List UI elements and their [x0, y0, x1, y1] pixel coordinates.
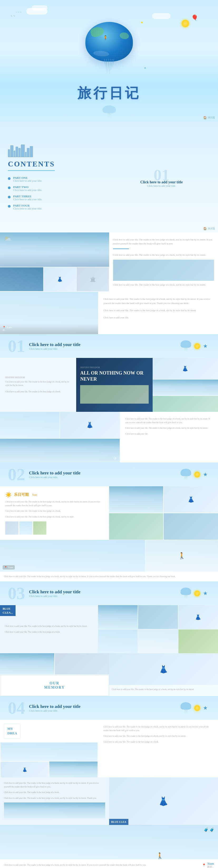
location-text-2: Click here to add your file. The reader …: [103, 309, 213, 312]
right-panel-sub: Click here to add your title.: [147, 184, 176, 187]
xiam-badge: 📍 Xiam: [3, 565, 15, 569]
part-text-3: Click here to add your title.: [13, 198, 42, 201]
photo-person-xiam: 🚶: [146, 540, 218, 571]
photo-mountain: [80, 385, 148, 404]
blue-clea-2-slide: Click here to add your file. The reader …: [0, 777, 218, 825]
deco-star-3: [203, 591, 208, 595]
jelly-strings: [185, 348, 187, 352]
dream-photo-3: [49, 762, 98, 777]
my-drea-label: MYDREA: [7, 727, 17, 736]
contents-item-1: PART ONE Click here to add your title.: [8, 176, 105, 182]
part-text-2: Click here to add your title.: [13, 189, 42, 191]
bc-photo-4: [98, 629, 138, 653]
watermark-2: 🏠 演示园: [203, 227, 215, 230]
part-01-title: Click here to add your title: [29, 342, 80, 347]
globe-wave: [93, 50, 109, 57]
photo-dark-sea: [0, 267, 43, 291]
le-ri-photo-grid: 👗: [109, 486, 218, 540]
photo-person-2: 👗: [153, 358, 218, 379]
bullet-dot: [8, 205, 10, 208]
our-memory-layout: OUR MEMORY 👗 Click here to add your file…: [0, 653, 218, 696]
deco-jellyfish-4: [181, 702, 191, 714]
part-02-header: 02 Click here to add your title Click he…: [0, 463, 218, 486]
aon-photos-right: 👗: [153, 358, 218, 412]
photo-sea-small: [153, 380, 218, 396]
bc2-blue-label: BLUE CLEA: [109, 819, 129, 825]
bc2-person-photo: 👗 BLUE CLEA: [109, 777, 218, 825]
xiam-wide-slide: 📍 Xiam 🚶 Click here to add your file. Th…: [0, 540, 218, 582]
bullet-dot: [8, 177, 10, 180]
location-name: Xiam: [6, 326, 11, 329]
final-sea-photo: 🚶 🧳 🧳: [0, 825, 218, 859]
dream-text-2: Click here to add your file. The reader …: [103, 734, 213, 738]
contents-item-4: PART FOUR Click here to add your title.: [8, 204, 105, 210]
part-02-texts: Click here to add your title Click here …: [29, 470, 80, 478]
building-icon: 🏛️: [90, 276, 96, 282]
grid-photo-4: [164, 513, 218, 540]
contents-right-panel: 01 Click here to add your title Click he…: [113, 167, 210, 187]
jelly-strings-2: [185, 476, 187, 480]
le-ri-photos: [5, 521, 104, 535]
part-01-header: 01 Click here to add your title Click he…: [0, 334, 218, 358]
final-xiam-badge: 📍 Xiam 旅游...: [202, 862, 214, 868]
photo-sea-horizon: ⛅: [0, 232, 109, 267]
location-text-3: Click here to add your file.: [103, 316, 213, 320]
pin-icon-final: 📍: [202, 864, 206, 867]
blue-clea-left: BLUECLEA... Click here to add your file.…: [0, 605, 98, 653]
dream-photo-1: [1, 743, 98, 761]
watermark: 🏠 演示园: [203, 116, 215, 119]
aon-title: ALL OR NOTHING NOW OR NEVER: [80, 370, 148, 382]
photo-icon-1: ⛅: [4, 235, 12, 243]
grid-text-1: Click here to add your file. The reader …: [125, 417, 213, 424]
pin-icon-xiam: 📍: [4, 566, 7, 569]
photo-small-1: [5, 521, 19, 535]
sun-label: Sun: [32, 493, 37, 497]
le-ri-header: ☀️ 乐日可期 Sun: [5, 492, 104, 498]
aon-text-left: DESTINY FREEDOM Click here to add your f…: [0, 358, 76, 412]
photo-grid-slide-1: 👗 ✈ Click here to add your file. The rea…: [0, 412, 218, 463]
bc2-text-2: Click here to add your file. The reader …: [4, 790, 105, 794]
part-label-1: PART ONE: [13, 176, 42, 179]
person-dream: 👗: [22, 767, 27, 772]
bc-photo-2: [138, 605, 178, 629]
part-03-header: 03 Click here to add your title Click he…: [0, 581, 218, 605]
part-04-num-large: 04: [8, 700, 25, 717]
deco-sun-2: [194, 471, 200, 477]
destiny-label: DESTINY FREEDOM: [5, 376, 71, 379]
photo-person-1: 👗: [44, 267, 76, 291]
deco-jellyfish-small: [181, 340, 191, 352]
grid-text-3: Click here to add your file.: [125, 432, 213, 436]
le-ri-title: 乐日可期: [14, 492, 29, 497]
dream-photo-row: 👗: [1, 762, 98, 777]
bc2-text-3: Click here to add your file. The reader …: [4, 797, 105, 800]
blue-clea-label: BLUECLEA...: [0, 605, 15, 616]
xiam-text: Click here to add your file. The reader …: [0, 571, 218, 582]
section-1-text-block-2: Click here to add your file. The reader …: [113, 253, 214, 257]
my-drea-card: MYDREA: [4, 724, 21, 739]
plane-deco: ✈: [113, 455, 117, 461]
contents-title: CONTENTS: [8, 160, 55, 171]
photo-grid-2: 👗: [60, 412, 120, 438]
small-photo-row: 👗 🏛️: [0, 267, 109, 291]
all-or-nothing-slide: DESTINY FREEDOM Click here to add your f…: [0, 358, 218, 412]
cover-star-2: ✦: [144, 67, 146, 69]
part-04-deco: [181, 702, 208, 714]
deco-star-4: [203, 706, 208, 710]
cover-title: 旅行日记: [77, 84, 141, 102]
photo-right-sea: [113, 260, 214, 281]
bc2-text-1: Click here to add your file. The reader …: [4, 781, 105, 788]
part-04-subtitle: Click here to add your title.: [29, 709, 80, 712]
xiam-layout: 📍 Xiam 🚶: [0, 540, 218, 571]
memory-text: Click here to add your file. The reader …: [109, 685, 218, 694]
photo-caption: 📍 Xiam 旅...: [0, 323, 98, 334]
photo-right-text: Click here to add your file. The reader …: [120, 412, 218, 463]
part-02-subtitle: Click here to add your title.: [29, 476, 80, 478]
aon-layout: DESTINY FREEDOM Click here to add your f…: [0, 358, 218, 412]
deco-jellyfish-2: [181, 469, 191, 480]
memory-right: 👗 Click here to add your file. The reade…: [109, 653, 218, 696]
location-layout: 📍 Xiam 旅... Click here to add your file.…: [0, 292, 218, 334]
part-01-texts: Click here to add your title Click here …: [29, 342, 80, 350]
blue-clea-2-layout: Click here to add your file. The reader …: [0, 777, 218, 825]
blue-clea-photo-grid: 👗: [98, 605, 218, 653]
dream-text-3: Click here to add your file. The reader …: [103, 740, 213, 744]
